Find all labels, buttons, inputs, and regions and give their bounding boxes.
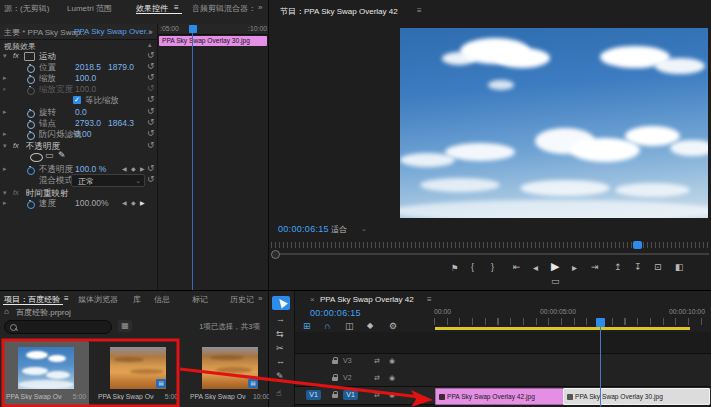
program-video[interactable]: [400, 28, 708, 218]
position-stopwatch-icon[interactable]: [27, 65, 35, 73]
program-playhead-handle[interactable]: [633, 241, 642, 249]
motion-caret-icon[interactable]: ▾: [3, 52, 7, 60]
tab-media-browser[interactable]: 媒体浏览器: [78, 294, 118, 305]
next-clip-arrow-icon[interactable]: ▸: [149, 27, 153, 36]
project-item-selected[interactable]: PPA Sky Swap Overl.. 5:00: [3, 341, 89, 407]
sync-lock-icon[interactable]: ⇄: [374, 374, 380, 382]
rectangle-mask-icon[interactable]: ▭: [45, 150, 54, 160]
ecp-clip-bar[interactable]: PPA Sky Swap Overlay 30.jpg: [159, 36, 267, 46]
search-input[interactable]: [4, 320, 112, 334]
tab-libraries[interactable]: 库: [133, 294, 141, 305]
tab-sequence[interactable]: PPA Sky Swap Overlay 42: [320, 295, 414, 304]
program-zoom-select[interactable]: 适合: [331, 224, 347, 235]
effect-controls-panel-menu-icon[interactable]: ≡: [174, 3, 179, 12]
snap-icon[interactable]: ∩: [324, 321, 331, 331]
timeline-playhead-handle[interactable]: [596, 318, 605, 327]
rotation-caret-icon[interactable]: ▸: [3, 108, 7, 116]
opacity-value-caret-icon[interactable]: ▸: [3, 165, 7, 173]
anti-flicker-value[interactable]: 0.00: [75, 129, 92, 139]
add-marker-button[interactable]: ⚑: [451, 263, 459, 273]
mark-out-button[interactable]: }: [491, 262, 494, 272]
timeline-timecode[interactable]: 00:00:06:15: [310, 308, 361, 318]
step-back-button[interactable]: ◂: [533, 262, 538, 273]
speed-value[interactable]: 100.00%: [75, 198, 109, 208]
timeline-ruler[interactable]: [434, 318, 711, 325]
rotation-stopwatch-icon[interactable]: [27, 110, 35, 118]
insert-overwrite-sequence-icon[interactable]: ⊞: [303, 321, 311, 331]
position-reset-icon[interactable]: ↺: [147, 61, 155, 71]
track-lock-icon[interactable]: [332, 360, 338, 364]
anchor-y-value[interactable]: 1864.3: [108, 118, 134, 128]
timeline-settings-icon[interactable]: ⚙: [389, 321, 397, 331]
opacity-fx-badge-icon[interactable]: fx: [13, 141, 19, 150]
project-panel-menu-icon[interactable]: ≡: [64, 294, 69, 303]
speed-prev-keyframe-icon[interactable]: ◀: [122, 199, 127, 206]
scale-caret-icon[interactable]: ▸: [3, 74, 7, 82]
razor-tool[interactable]: ✂: [276, 343, 284, 353]
anchor-stopwatch-icon[interactable]: [27, 121, 35, 129]
program-monitor-title[interactable]: 节目：PPA Sky Swap Overlay 42: [280, 6, 398, 17]
anti-flicker-caret-icon[interactable]: ▸: [3, 130, 7, 138]
project-item[interactable]: ▤ PPA Sky Swap Overl.. 5:00: [95, 341, 181, 407]
anti-flicker-reset-icon[interactable]: ↺: [147, 128, 155, 138]
project-item[interactable]: ▤ PPA Sky Swap Overl.. 10:00: [187, 341, 273, 407]
scale-value[interactable]: 100.0: [75, 73, 96, 83]
close-sequence-icon[interactable]: ×: [310, 295, 315, 304]
sync-lock-icon[interactable]: ⇄: [374, 357, 380, 365]
toggle-track-output-icon[interactable]: ◉: [389, 391, 395, 399]
tab-history[interactable]: 历史记: [230, 294, 254, 305]
program-scrollbar[interactable]: [271, 253, 709, 255]
uniform-scale-reset-icon[interactable]: ↺: [147, 94, 155, 104]
opacity-prev-keyframe-icon[interactable]: ◀: [122, 165, 127, 172]
opacity-caret-icon[interactable]: ▾: [3, 142, 7, 150]
pen-mask-icon[interactable]: ✎: [58, 150, 66, 160]
blend-mode-reset-icon[interactable]: ↺: [147, 174, 155, 184]
safe-margins-button[interactable]: ▭: [551, 276, 560, 286]
timeline-clip[interactable]: PPA Sky Swap Overlay 42.jpg: [435, 388, 564, 405]
hand-tool[interactable]: ☝: [276, 388, 281, 398]
program-panel-menu-icon[interactable]: ≡: [417, 6, 422, 15]
position-x-value[interactable]: 2018.5: [75, 62, 101, 72]
more-panels-chevron-icon[interactable]: »: [258, 294, 262, 303]
speed-add-keyframe-icon[interactable]: ◆: [131, 199, 136, 206]
tab-audio-clip-mixer[interactable]: 音频剪辑混合器：PPA Sk: [192, 3, 254, 14]
collapse-section-icon[interactable]: ▴: [148, 41, 152, 49]
ripple-edit-tool[interactable]: ⇆: [276, 329, 284, 339]
motion-fx-badge-icon[interactable]: fx: [13, 51, 19, 60]
ecp-playhead-handle[interactable]: [189, 25, 197, 33]
export-frame-button[interactable]: ⊡: [654, 262, 662, 272]
source-patch-v1-badge[interactable]: V1: [306, 390, 321, 400]
linked-selection-icon[interactable]: ◫: [345, 321, 354, 331]
timeline-clip-selected[interactable]: PPA Sky Swap Overlay 30.jpg: [563, 388, 710, 405]
toggle-track-output-icon[interactable]: ◉: [389, 374, 395, 382]
pen-tool[interactable]: ✎: [276, 371, 284, 381]
program-timecode[interactable]: 00:00:06:15: [278, 224, 329, 234]
home-icon[interactable]: ⌂: [4, 307, 9, 316]
comparison-view-button[interactable]: ◧: [675, 262, 684, 272]
go-to-out-button[interactable]: ⇥: [591, 262, 599, 272]
add-marker-icon[interactable]: ◆: [367, 321, 373, 330]
opacity-reset-icon[interactable]: ↺: [147, 140, 155, 150]
program-scrollbar-handle[interactable]: [271, 250, 280, 259]
anti-flicker-stopwatch-icon[interactable]: [27, 132, 35, 140]
speed-caret-icon[interactable]: ▸: [3, 199, 7, 207]
tab-markers[interactable]: 标记: [192, 294, 208, 305]
tab-source-monitor[interactable]: 源：(无剪辑): [4, 3, 49, 14]
tab-lumetri-scopes[interactable]: Lumetri 范围: [67, 3, 112, 14]
time-remap-caret-icon[interactable]: ▾: [3, 189, 7, 197]
speed-stopwatch-icon[interactable]: [27, 201, 35, 209]
track-name[interactable]: V3: [343, 357, 352, 364]
go-to-in-button[interactable]: ⇤: [513, 262, 521, 272]
project-breadcrumb[interactable]: 百度经验.prproj: [16, 307, 71, 318]
rotation-value[interactable]: 0.0: [75, 107, 87, 117]
selection-tool[interactable]: [272, 296, 290, 310]
program-time-ruler[interactable]: [271, 242, 709, 248]
play-button[interactable]: ▶: [551, 260, 559, 273]
track-lock-icon[interactable]: [332, 377, 338, 381]
opacity-stopwatch-icon[interactable]: [27, 167, 35, 175]
position-y-value[interactable]: 1879.0: [108, 62, 134, 72]
opacity-next-keyframe-icon[interactable]: ▶: [140, 165, 145, 172]
tab-info[interactable]: 信息: [154, 294, 170, 305]
opacity-value-reset-icon[interactable]: ↺: [147, 163, 155, 173]
anchor-reset-icon[interactable]: ↺: [147, 117, 155, 127]
